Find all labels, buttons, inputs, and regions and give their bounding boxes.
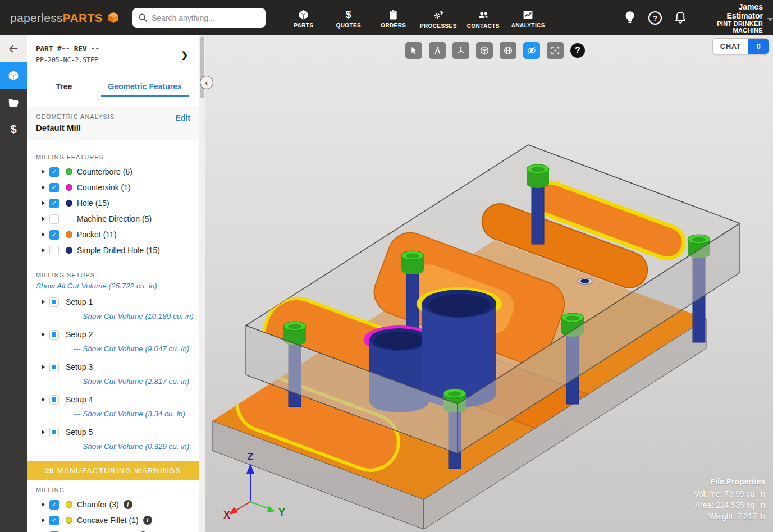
tab-tree[interactable]: Tree <box>27 76 101 97</box>
top-bar: paperlessPARTS PARTS $ QUOTES ORDERS PRO… <box>0 0 773 35</box>
axis-triad: Z X Y <box>218 452 291 520</box>
collapse-panel-button[interactable]: ‹ <box>200 76 213 89</box>
info-icon[interactable]: i <box>124 500 132 509</box>
feature-checkbox[interactable] <box>49 214 59 224</box>
warning-label[interactable]: Concave Fillet (1) <box>77 516 139 525</box>
setup-name[interactable]: Setup 2 <box>66 330 93 339</box>
tab-geometric-features[interactable]: Geometric Features <box>101 76 189 97</box>
expand-arrow-icon[interactable] <box>42 397 45 402</box>
geometric-analysis-block: GEOMETRIC ANALYSIS Edit Default Mill <box>27 107 199 140</box>
back-button[interactable] <box>0 35 27 62</box>
feature-row-machine-direction: Machine Direction (5) <box>27 211 199 227</box>
nav-orders[interactable]: ORDERS <box>371 7 416 29</box>
select-tool-button[interactable] <box>405 42 422 59</box>
show-all-cut-volume-link[interactable]: Show All Cut Volume (25.722 cu. in) <box>36 282 190 290</box>
analysis-name: Default Mill <box>36 123 190 132</box>
setup-name[interactable]: Setup 4 <box>66 395 93 404</box>
expand-arrow-icon[interactable] <box>42 430 45 434</box>
file-properties-title: File Properties <box>694 477 765 486</box>
nav-parts[interactable]: PARTS <box>281 7 326 29</box>
warning-checkbox[interactable] <box>49 500 59 510</box>
expand-arrow-icon[interactable] <box>42 518 45 522</box>
chat-label: CHAT <box>713 39 748 54</box>
user-org: PINT DRINKER MACHINE <box>701 20 763 34</box>
show-cut-volume-link[interactable]: --- Show Cut Volume (10.189 cu. in) <box>73 312 194 320</box>
lightbulb-icon[interactable] <box>623 10 637 26</box>
part-number-label: PART #-- REV -- <box>36 44 190 53</box>
chat-button[interactable]: CHAT 0 <box>712 38 769 54</box>
expand-arrow-icon[interactable] <box>42 365 45 369</box>
chevron-right-icon[interactable]: ❯ <box>181 50 188 60</box>
nav-label: ANALYTICS <box>511 22 545 29</box>
feature-label[interactable]: Machine Direction (5) <box>77 214 152 223</box>
setup-checkbox[interactable] <box>49 297 59 307</box>
show-cut-volume-link[interactable]: --- Show Cut Volume (2.817 cu. in) <box>73 377 189 386</box>
search-input[interactable] <box>152 13 260 22</box>
nav-contacts[interactable]: CONTACTS <box>461 7 506 29</box>
cube-view-button[interactable] <box>476 42 493 59</box>
bell-icon[interactable] <box>673 10 688 26</box>
panel-scrollbar[interactable] <box>199 35 205 532</box>
edit-analysis-link[interactable]: Edit <box>176 113 190 122</box>
show-cut-volume-link[interactable]: --- Show Cut Volume (9.047 cu. in) <box>73 345 189 353</box>
setup-name[interactable]: Setup 1 <box>66 297 93 306</box>
setup-name[interactable]: Setup 3 <box>66 363 93 372</box>
setup-5: Setup 5 --- Show Cut Volume (0.329 cu. i… <box>27 425 199 453</box>
setup-checkbox[interactable] <box>49 330 59 340</box>
expand-arrow-icon[interactable] <box>42 185 45 190</box>
feature-label[interactable]: Countersink (1) <box>77 183 131 192</box>
help-icon[interactable]: ? <box>647 10 663 26</box>
scrollbar-thumb[interactable] <box>200 36 204 98</box>
warning-row-chamfer: Chamfer (3) i <box>27 497 199 512</box>
user-menu[interactable]: James Estimator PINT DRINKER MACHINE <box>701 2 773 34</box>
setup-checkbox[interactable] <box>49 428 59 437</box>
feature-label[interactable]: Hole (15) <box>77 199 109 208</box>
nav-processes[interactable]: PROCESSES <box>416 7 461 29</box>
orientation-tool-button[interactable] <box>452 42 469 59</box>
feature-checkbox[interactable] <box>49 183 59 192</box>
feature-checkbox[interactable] <box>49 246 59 255</box>
globe-view-button[interactable] <box>500 42 516 59</box>
measure-tool-button[interactable] <box>429 42 446 59</box>
model-viewer[interactable]: ? CHAT 0 Z X Y File Properties Volume: 7… <box>205 35 773 532</box>
expand-arrow-icon[interactable] <box>42 300 45 304</box>
manufacturing-warnings-banner[interactable]: 20 MANUFACTURING WARNINGS <box>27 461 199 480</box>
dollar-icon: $ <box>342 9 354 21</box>
app-logo[interactable]: paperlessPARTS <box>10 11 120 25</box>
analysis-section-label: GEOMETRIC ANALYSIS <box>36 113 190 120</box>
show-cut-volume-link[interactable]: --- Show Cut Volume (0.329 cu. in) <box>73 442 189 451</box>
feature-label[interactable]: Pocket (11) <box>77 230 117 239</box>
user-name: James Estimator <box>701 2 763 20</box>
focus-button[interactable] <box>547 42 564 59</box>
top-actions: ? <box>623 10 688 26</box>
feature-checkbox[interactable] <box>49 230 59 240</box>
nav-analytics[interactable]: ANALYTICS <box>506 7 551 29</box>
warning-checkbox[interactable] <box>49 516 59 525</box>
rail-item-files[interactable] <box>0 89 27 116</box>
setup-checkbox[interactable] <box>49 395 59 405</box>
show-cut-volume-link[interactable]: --- Show Cut Volume (3.34 cu. in) <box>73 410 185 418</box>
feature-checkbox[interactable] <box>49 199 59 208</box>
info-icon[interactable]: i <box>143 516 152 525</box>
expand-arrow-icon[interactable] <box>42 217 45 221</box>
rail-item-part-viewer[interactable] <box>0 62 27 89</box>
eye-off-icon <box>527 45 537 56</box>
expand-arrow-icon[interactable] <box>42 248 45 253</box>
feature-checkbox[interactable] <box>49 167 59 177</box>
feature-label[interactable]: Counterbore (6) <box>77 167 132 176</box>
geometric-features-panel: PART #-- REV -- PP-205-NC-2.STEP ❯ Tree … <box>27 35 199 532</box>
viewer-help-button[interactable]: ? <box>570 43 585 58</box>
nav-quotes[interactable]: $ QUOTES <box>326 7 371 29</box>
expand-arrow-icon[interactable] <box>42 332 45 337</box>
rail-item-pricing[interactable]: $ <box>0 116 27 143</box>
warning-label[interactable]: Chamfer (3) <box>77 500 119 509</box>
feature-color-dot <box>66 247 72 254</box>
expand-arrow-icon[interactable] <box>42 201 45 205</box>
expand-arrow-icon[interactable] <box>42 169 45 174</box>
feature-label[interactable]: Simple Drilled Hole (15) <box>77 246 160 255</box>
setup-name[interactable]: Setup 5 <box>66 428 93 437</box>
hide-features-button[interactable] <box>523 42 540 59</box>
setup-checkbox[interactable] <box>49 363 59 372</box>
expand-arrow-icon[interactable] <box>42 232 45 237</box>
expand-arrow-icon[interactable] <box>42 502 45 507</box>
